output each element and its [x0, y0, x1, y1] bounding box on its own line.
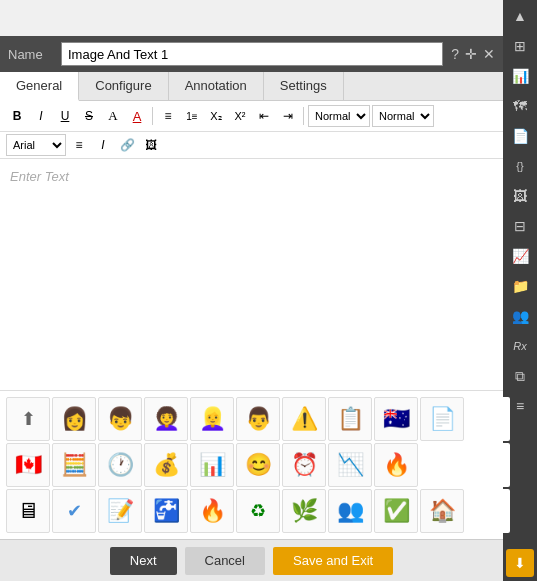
link-button[interactable]: 🔗	[116, 134, 138, 156]
sep2	[303, 107, 304, 125]
clock-icon[interactable]: 🕐	[98, 443, 142, 487]
sidebar-grid-icon[interactable]: ⊞	[506, 32, 534, 60]
spacer3	[466, 443, 510, 487]
toolbar-row2: Arial ≡ I 🔗 🖼	[0, 132, 503, 159]
next-button[interactable]: Next	[110, 547, 177, 575]
person2-icon[interactable]: 👦	[98, 397, 142, 441]
sidebar-barchart-icon[interactable]: 📊	[506, 62, 534, 90]
tab-settings[interactable]: Settings	[264, 72, 344, 100]
sidebar-code-icon[interactable]: {}	[506, 152, 534, 180]
list-ol-button[interactable]: 1≡	[181, 105, 203, 127]
size-select2[interactable]: Normal	[372, 105, 434, 127]
face-icon[interactable]: 😊	[236, 443, 280, 487]
format-a2-button[interactable]: A	[126, 105, 148, 127]
help-icon[interactable]: ?	[451, 46, 459, 62]
water-icon[interactable]: 🚰	[144, 489, 188, 533]
bold-button[interactable]: B	[6, 105, 28, 127]
toolbar-row1: B I U S A A ≡ 1≡ X₂ X² ⇤ ⇥ Normal Normal	[0, 101, 503, 132]
header: Name ? ✛ ✕	[0, 36, 503, 72]
document-icon[interactable]: 📋	[328, 397, 372, 441]
spacer2	[420, 443, 464, 487]
sidebar-image-icon[interactable]: 🖼	[506, 182, 534, 210]
editor-placeholder: Enter Text	[10, 169, 69, 184]
fire2-icon[interactable]: 🔥	[190, 489, 234, 533]
format-a1-button[interactable]: A	[102, 105, 124, 127]
list-ul-button[interactable]: ≡	[157, 105, 179, 127]
image-insert-button[interactable]: 🖼	[140, 134, 162, 156]
name-label: Name	[8, 47, 53, 62]
flag-ca-icon[interactable]: 🇨🇦	[6, 443, 50, 487]
editor-area[interactable]: Enter Text	[0, 159, 503, 390]
subscript-button[interactable]: X₂	[205, 105, 227, 127]
tab-configure[interactable]: Configure	[79, 72, 168, 100]
upload-icon[interactable]: ⬆	[6, 397, 50, 441]
time-money-icon[interactable]: ⏰	[282, 443, 326, 487]
main-panel: Name ? ✛ ✕ General Configure Annotation …	[0, 36, 503, 581]
font-select[interactable]: Arial	[6, 134, 66, 156]
sidebar-group-icon[interactable]: 👥	[506, 302, 534, 330]
icons-area: ⬆ 👩 👦 👩‍🦱 👱‍♀️ 👨 ⚠️ 📋 🇦🇺 📄 🇨🇦 🧮 🕐 💰 📊 😊 …	[0, 390, 503, 539]
tab-general[interactable]: General	[0, 72, 79, 101]
superscript-button[interactable]: X²	[229, 105, 251, 127]
recycle-icon[interactable]: ♻	[236, 489, 280, 533]
name-input[interactable]	[61, 42, 443, 66]
person3-icon[interactable]: 👩‍🦱	[144, 397, 188, 441]
tab-annotation[interactable]: Annotation	[169, 72, 264, 100]
align-button[interactable]: ≡	[68, 134, 90, 156]
chart-bar-icon[interactable]: 📊	[190, 443, 234, 487]
sidebar-file-icon[interactable]: 📁	[506, 272, 534, 300]
sidebar-map-icon[interactable]: 🗺	[506, 92, 534, 120]
move-icon[interactable]: ✛	[465, 46, 477, 62]
footer: Next Cancel Save and Exit	[0, 539, 503, 581]
checkmark-icon[interactable]: ✅	[374, 489, 418, 533]
sidebar-linechart-icon[interactable]: 📈	[506, 242, 534, 270]
flag-au-icon[interactable]: 🇦🇺	[374, 397, 418, 441]
size-select1[interactable]: Normal	[308, 105, 370, 127]
spacer1	[466, 397, 510, 441]
italic-button[interactable]: I	[30, 105, 52, 127]
calculator-icon[interactable]: 🧮	[52, 443, 96, 487]
monitor-icon[interactable]: 🖥	[6, 489, 50, 533]
cancel-button[interactable]: Cancel	[185, 547, 265, 575]
strikethrough-button[interactable]: S	[78, 105, 100, 127]
sidebar-table-icon[interactable]: ⊟	[506, 212, 534, 240]
sidebar-doc-icon[interactable]: 📄	[506, 122, 534, 150]
italic2-button[interactable]: I	[92, 134, 114, 156]
doc2-icon[interactable]: 📝	[98, 489, 142, 533]
underline-button[interactable]: U	[54, 105, 76, 127]
sidebar-up-icon[interactable]: ▲	[506, 2, 534, 30]
save-exit-button[interactable]: Save and Exit	[273, 547, 393, 575]
sidebar-stack-icon[interactable]: ≡	[506, 392, 534, 420]
indent-less-button[interactable]: ⇤	[253, 105, 275, 127]
sidebar-rx-icon[interactable]: Rx	[506, 332, 534, 360]
tabs-bar: General Configure Annotation Settings	[0, 72, 503, 101]
sidebar-layers-icon[interactable]: ⧉	[506, 362, 534, 390]
fire-icon[interactable]: 🔥	[374, 443, 418, 487]
chart2-icon[interactable]: 📉	[328, 443, 372, 487]
person5-icon[interactable]: 👨	[236, 397, 280, 441]
close-icon[interactable]: ✕	[483, 46, 495, 62]
person4-icon[interactable]: 👱‍♀️	[190, 397, 234, 441]
spacer4	[466, 489, 510, 533]
coins-icon[interactable]: 💰	[144, 443, 188, 487]
people-icon[interactable]: 👥	[328, 489, 372, 533]
person1-icon[interactable]: 👩	[52, 397, 96, 441]
home-icon[interactable]: 🏠	[420, 489, 464, 533]
sidebar-download-icon[interactable]: ⬇	[506, 549, 534, 577]
sep1	[152, 107, 153, 125]
check-icon[interactable]: ✔	[52, 489, 96, 533]
fire3-icon[interactable]: 🌿	[282, 489, 326, 533]
warning-icon[interactable]: ⚠️	[282, 397, 326, 441]
header-icons: ? ✛ ✕	[451, 46, 495, 62]
indent-more-button[interactable]: ⇥	[277, 105, 299, 127]
icons-grid: ⬆ 👩 👦 👩‍🦱 👱‍♀️ 👨 ⚠️ 📋 🇦🇺 📄 🇨🇦 🧮 🕐 💰 📊 😊 …	[6, 397, 497, 533]
clipboard-icon[interactable]: 📄	[420, 397, 464, 441]
